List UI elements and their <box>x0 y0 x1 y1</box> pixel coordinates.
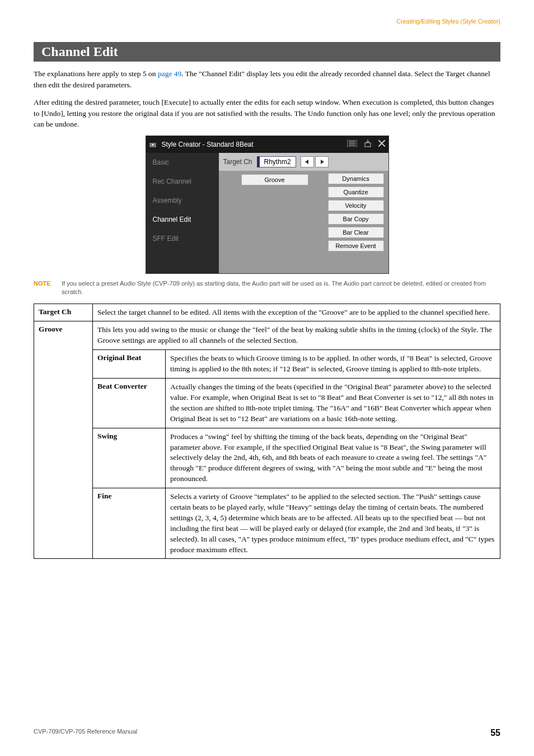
bar-copy-button[interactable]: Bar Copy <box>328 213 384 225</box>
intro-paragraph-1: The explanations here apply to step 5 on… <box>34 68 500 90</box>
svg-rect-5 <box>365 143 371 147</box>
table-row: Original Beat Specifies the beats to whi… <box>34 350 500 379</box>
target-ch-cell: Select the target channel to be edited. … <box>93 304 500 321</box>
groove-cell: This lets you add swing to the music or … <box>93 321 500 350</box>
original-beat-cell: Specifies the beats to which Groove timi… <box>166 350 500 379</box>
list-icon[interactable] <box>347 140 357 148</box>
target-ch-label: Target Ch <box>223 158 252 166</box>
close-icon[interactable] <box>378 140 385 148</box>
quantize-button[interactable]: Quantize <box>328 186 384 198</box>
footer-left: CVP-709/CVP-705 Reference Manual <box>34 728 137 738</box>
note-text: If you select a preset Audio Style (CVP-… <box>62 279 500 297</box>
window-title: Style Creator - Standard 8Beat <box>162 141 347 148</box>
window-titlebar: Style Creator - Standard 8Beat <box>146 136 388 153</box>
table-row: Swing Produces a "swing" feel by shiftin… <box>34 428 500 488</box>
table-row: Fine Selects a variety of Groove "templa… <box>34 488 500 559</box>
parameter-table: Target Ch Select the target channel to b… <box>34 304 500 559</box>
save-icon[interactable] <box>364 139 372 149</box>
fine-hdr: Fine <box>93 488 166 559</box>
original-beat-hdr: Original Beat <box>93 350 166 379</box>
note-keyword: NOTE <box>34 279 62 297</box>
target-ch-row: Target Ch Rhythm2 <box>219 153 388 171</box>
step-prev-button[interactable] <box>301 156 314 167</box>
intro-1a: The explanations here apply to step 5 on <box>34 69 158 78</box>
step-next-button[interactable] <box>315 156 329 167</box>
table-row: Beat Converter Actually changes the timi… <box>34 379 500 428</box>
app-icon <box>149 141 160 148</box>
beat-converter-hdr: Beat Converter <box>93 379 166 428</box>
sidebar-item-rec-channel[interactable]: Rec Channel <box>146 172 219 191</box>
bar-clear-button[interactable]: Bar Clear <box>328 227 384 238</box>
device-screenshot: Style Creator - Standard 8Beat Basic Rec… <box>146 136 389 274</box>
page-link[interactable]: page 49 <box>158 69 181 78</box>
beat-converter-cell: Actually changes the timing of the beats… <box>166 379 500 428</box>
remove-event-button[interactable]: Remove Event <box>328 240 384 251</box>
screenshot-sidebar: Basic Rec Channel Assembly Channel Edit … <box>146 153 219 273</box>
table-row: Target Ch Select the target channel to b… <box>34 304 500 321</box>
swing-cell: Produces a "swing" feel by shifting the … <box>166 428 500 488</box>
fine-cell: Selects a variety of Groove "templates" … <box>166 488 500 559</box>
sidebar-item-sff-edit[interactable]: SFF Edit <box>146 229 219 248</box>
note-row: NOTE If you select a preset Audio Style … <box>34 279 500 297</box>
dynamics-button[interactable]: Dynamics <box>328 173 384 184</box>
screenshot-main: Target Ch Rhythm2 Groove Dynamics Quanti… <box>219 153 388 273</box>
intro-paragraph-2: After editing the desired parameter, tou… <box>34 97 500 130</box>
sidebar-item-channel-edit[interactable]: Channel Edit <box>146 210 219 229</box>
sidebar-item-basic[interactable]: Basic <box>146 153 219 172</box>
target-ch-value[interactable]: Rhythm2 <box>257 156 296 167</box>
section-heading: Channel Edit <box>34 42 500 62</box>
groove-button[interactable]: Groove <box>241 174 308 185</box>
target-ch-rowhdr: Target Ch <box>34 304 93 321</box>
velocity-button[interactable]: Velocity <box>328 200 384 211</box>
page-number: 55 <box>490 728 500 738</box>
right-button-column: Dynamics Quantize Velocity Bar Copy Bar … <box>328 173 384 251</box>
breadcrumb: Creating/Editing Styles (Style Creator) <box>396 18 500 25</box>
swing-hdr: Swing <box>93 428 166 488</box>
page-footer: CVP-709/CVP-705 Reference Manual 55 <box>34 728 500 738</box>
table-row: Groove This lets you add swing to the mu… <box>34 321 500 350</box>
target-ch-stepper <box>301 156 329 167</box>
groove-rowhdr: Groove <box>34 321 93 559</box>
sidebar-item-assembly[interactable]: Assembly <box>146 191 219 210</box>
